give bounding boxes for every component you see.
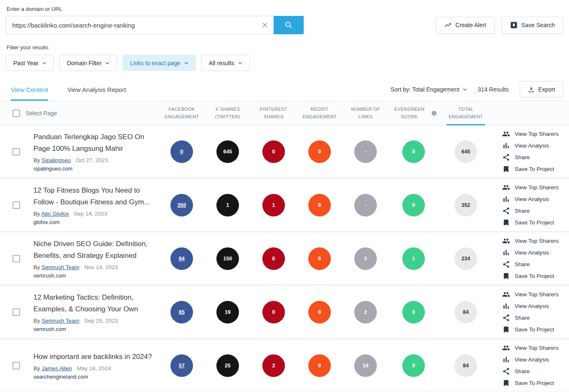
select-page-label: Select Page: [25, 110, 57, 117]
facebook-engagement-badge[interactable]: 0: [170, 140, 193, 163]
author-link[interactable]: James Allen: [42, 365, 72, 372]
view-top-sharers-button[interactable]: View Top Sharers: [502, 183, 569, 191]
view-analysis-button[interactable]: View Analysis: [502, 142, 569, 150]
publish-date: Sep 14, 2023: [74, 211, 107, 217]
x-shares-badge: 25: [216, 354, 239, 377]
facebook-engagement-badge[interactable]: 350: [170, 194, 193, 216]
share-button[interactable]: Share: [502, 314, 569, 322]
facebook-engagement-badge[interactable]: 65: [170, 301, 193, 323]
tab-view-content[interactable]: View Content: [11, 82, 48, 101]
view-analysis-button[interactable]: View Analysis: [502, 356, 569, 364]
row-checkbox[interactable]: [13, 255, 20, 262]
row-checkbox[interactable]: [13, 148, 20, 155]
author-link[interactable]: Semrush Team: [42, 264, 80, 270]
table-row: Niche Driven SEO Guide: Definition, Bene…: [0, 232, 569, 286]
save-to-project-button[interactable]: Save To Project: [502, 219, 569, 227]
row-checkbox[interactable]: [13, 362, 20, 369]
sort-by-dropdown[interactable]: Sort by: Total Engagement: [391, 86, 467, 93]
filter-past-year[interactable]: Past Year: [6, 55, 54, 71]
search-section-label: Enter a domain or URL: [7, 6, 562, 12]
view-analysis-button[interactable]: View Analysis: [502, 249, 569, 257]
export-button[interactable]: Export: [520, 81, 563, 97]
article-meta: By James Allen May 24, 2024: [33, 365, 154, 372]
chevron-down-icon: [184, 62, 188, 64]
pinterest-shares-badge: 0: [262, 247, 285, 270]
info-icon[interactable]: [431, 110, 437, 116]
article-title[interactable]: How important are backlinks in 2024?: [33, 351, 154, 363]
column-total-engagement[interactable]: TOTAL ENGAGEMENT: [439, 101, 493, 125]
author-link[interactable]: Sipalingseo: [42, 157, 71, 163]
filter-all-results[interactable]: All results: [201, 55, 250, 71]
save-to-project-button[interactable]: Save To Project: [502, 165, 569, 173]
row-checkbox[interactable]: [13, 308, 20, 316]
row-actions: View Top Sharers View Analysis Share: [493, 344, 569, 387]
people-icon: [502, 290, 510, 298]
search-input[interactable]: [6, 16, 274, 34]
search-button[interactable]: [274, 16, 304, 34]
share-button[interactable]: Share: [502, 153, 569, 161]
evergreen-score-badge: 0: [402, 354, 425, 377]
filter-domain[interactable]: Domain Filter: [59, 55, 117, 71]
facebook-engagement-badge[interactable]: 57: [170, 354, 193, 377]
filter-label: All results: [209, 60, 234, 66]
row-actions: View Top Sharers View Analysis Share: [493, 290, 569, 333]
download-icon: [528, 86, 535, 93]
filter-label: Domain Filter: [67, 60, 102, 66]
bar-chart-icon: [502, 356, 510, 364]
chevron-down-icon: [42, 62, 46, 64]
author-link[interactable]: Abc Glofox: [41, 211, 69, 217]
create-alert-label: Create Alert: [455, 22, 486, 28]
table-row: How important are backlinks in 2024? By …: [0, 339, 569, 392]
share-button[interactable]: Share: [502, 260, 569, 268]
share-button[interactable]: Share: [502, 367, 569, 375]
share-icon: [502, 207, 510, 215]
article-title[interactable]: Panduan Terlengkap Jago SEO On Page 100%…: [33, 131, 154, 154]
save-search-button[interactable]: Save Search: [502, 17, 563, 34]
select-all-checkbox[interactable]: [13, 109, 20, 117]
bar-chart-icon: [502, 302, 510, 310]
share-icon: [502, 260, 510, 268]
view-analysis-button[interactable]: View Analysis: [502, 302, 569, 310]
row-actions: View Top Sharers View Analysis Share: [493, 183, 569, 227]
article-meta: By Semrush Team Sep 25, 2023: [33, 318, 154, 324]
save-to-project-button[interactable]: Save To Project: [502, 326, 569, 333]
column-pinterest-shares[interactable]: PINTEREST SHARES: [251, 101, 297, 125]
column-facebook-engagement[interactable]: FACEBOOK ENGAGEMENT: [159, 101, 205, 125]
column-number-of-links[interactable]: NUMBER OF LINKS: [343, 101, 389, 125]
x-shares-badge: 1: [216, 194, 239, 216]
article-title[interactable]: 12 Top Fitness Blogs You Need to Follow …: [33, 185, 154, 208]
pinterest-shares-badge: 0: [262, 301, 285, 323]
article-title[interactable]: 12 Marketing Tactics: Definition, Exampl…: [33, 292, 154, 315]
column-evergreen-score[interactable]: EVERGREEN SCORE: [389, 101, 439, 125]
bookmark-icon: [502, 272, 510, 280]
facebook-engagement-badge[interactable]: 84: [170, 247, 193, 270]
view-top-sharers-button[interactable]: View Top Sharers: [502, 237, 569, 245]
row-checkbox[interactable]: [13, 201, 20, 209]
article-title[interactable]: Niche Driven SEO Guide: Definition, Bene…: [33, 238, 154, 261]
column-x-shares[interactable]: X SHARES (TWITTER): [205, 101, 251, 125]
table-header: Select Page FACEBOOK ENGAGEMENT X SHARES…: [0, 101, 569, 125]
tab-view-analysis-report[interactable]: View Analysis Report: [67, 82, 126, 101]
view-top-sharers-button[interactable]: View Top Sharers: [502, 290, 569, 298]
share-button[interactable]: Share: [502, 207, 569, 215]
bar-chart-icon: [502, 142, 510, 150]
row-actions: View Top Sharers View Analysis Share: [493, 130, 569, 173]
people-icon: [502, 344, 510, 352]
view-analysis-button[interactable]: View Analysis: [502, 195, 569, 203]
column-reddit-engagement[interactable]: REDDIT ENGAGEMENT: [297, 101, 343, 125]
clear-search-icon[interactable]: [260, 20, 269, 30]
bar-chart-icon: [502, 249, 510, 257]
filter-links-to-exact-page[interactable]: Links to exact page: [122, 55, 196, 71]
save-search-label: Save Search: [521, 22, 555, 28]
create-alert-button[interactable]: Create Alert: [436, 17, 495, 34]
view-top-sharers-button[interactable]: View Top Sharers: [502, 344, 569, 352]
save-to-project-button[interactable]: Save To Project: [502, 379, 569, 387]
trending-up-icon: [444, 21, 452, 29]
view-top-sharers-button[interactable]: View Top Sharers: [502, 130, 569, 138]
by-label: By: [33, 365, 40, 372]
save-to-project-button[interactable]: Save To Project: [502, 272, 569, 280]
results-count: 314 Results: [478, 86, 509, 93]
total-engagement-badge: 84: [455, 301, 477, 323]
evergreen-score-badge: 0: [402, 194, 425, 216]
author-link[interactable]: Semrush Team: [42, 318, 80, 324]
